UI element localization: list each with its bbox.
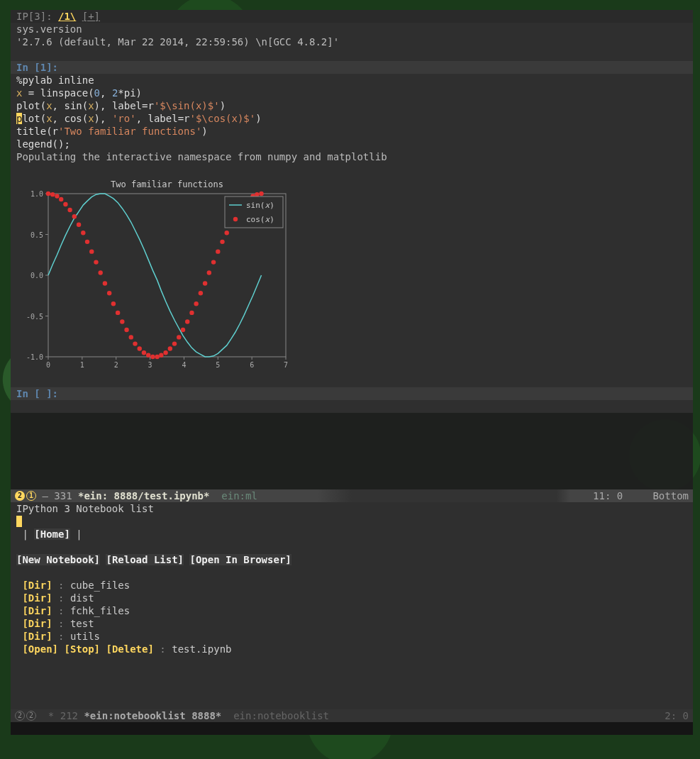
major-mode: ein:notebooklist (221, 709, 329, 722)
delete-nb-button[interactable]: [Delete] (106, 643, 153, 655)
output-line: Populating the interactive namespace fro… (11, 150, 693, 163)
svg-point-55 (163, 350, 167, 355)
svg-text:-1.0: -1.0 (26, 353, 43, 361)
dir-link[interactable]: [Dir] (22, 631, 52, 642)
dir-name: utils (70, 631, 100, 642)
window-indicator-icon: 2 (26, 711, 36, 721)
major-mode: ein:ml (209, 489, 257, 502)
svg-text:1: 1 (80, 361, 84, 369)
svg-point-39 (94, 260, 98, 264)
code-line[interactable]: %pylab inline (11, 74, 693, 87)
svg-point-47 (129, 335, 133, 339)
code-line[interactable]: title(r'Two familiar functions') (11, 125, 693, 138)
svg-text:6: 6 (250, 361, 254, 369)
svg-point-57 (172, 341, 177, 345)
svg-point-81 (233, 217, 238, 221)
svg-point-44 (116, 311, 120, 315)
svg-text:4: 4 (182, 361, 186, 369)
dir-name: cube_files (70, 580, 130, 591)
dir-name: fchk_files (70, 605, 130, 616)
svg-point-76 (255, 192, 259, 196)
dir-name: dist (70, 592, 94, 604)
code-line[interactable]: plot(x, cos(x), 'ro', label=r'$\cos(x)$'… (11, 112, 693, 125)
code-line[interactable]: sys.version (11, 23, 693, 35)
code-line[interactable]: plot(x, sin(x), label=r'$\sin(x)$') (11, 99, 693, 112)
svg-text:Two familiar functions: Two familiar functions (111, 179, 223, 189)
new-notebook-button[interactable]: [New Notebook] (16, 554, 100, 565)
svg-point-37 (85, 240, 89, 244)
svg-point-63 (199, 291, 203, 295)
output-line: '2.7.6 (default, Mar 22 2014, 22:59:56) … (11, 35, 693, 48)
nb-filename: test.ipynb (172, 643, 231, 655)
svg-point-33 (67, 208, 72, 212)
svg-point-28 (46, 192, 50, 196)
svg-point-45 (120, 319, 124, 323)
svg-point-62 (194, 301, 198, 306)
svg-point-42 (107, 291, 111, 295)
svg-text:2: 2 (114, 361, 118, 369)
cell-prompt[interactable]: In [1]: (11, 61, 693, 74)
code-line[interactable]: x = linspace(0, 2*pi) (11, 87, 693, 99)
open-in-browser-button[interactable]: [Open In Browser] (189, 554, 291, 565)
dir-name: test (70, 618, 94, 629)
window-indicator-icon: 2 (15, 711, 25, 721)
svg-point-50 (142, 350, 146, 355)
svg-point-49 (138, 346, 142, 350)
cell-prompt[interactable]: In [ ]: (11, 387, 693, 400)
svg-point-31 (59, 197, 63, 201)
svg-point-48 (133, 341, 137, 345)
active-tab[interactable]: /1\ (58, 11, 76, 22)
svg-text:0: 0 (46, 361, 50, 369)
svg-point-32 (63, 202, 67, 206)
buffer-name: *ein: 8888/test.ipynb* (78, 489, 209, 502)
new-tab-button[interactable]: [+] (82, 11, 100, 22)
home-link[interactable]: [Home] (34, 528, 70, 540)
svg-point-41 (103, 281, 107, 285)
cursor-line[interactable] (11, 515, 693, 528)
dir-link[interactable]: [Dir] (22, 580, 52, 591)
dir-link[interactable]: [Dir] (22, 605, 52, 616)
tab-prefix: IP[3]: (16, 11, 58, 22)
minibuffer[interactable] (11, 722, 693, 735)
svg-point-38 (89, 249, 94, 253)
dir-link[interactable]: [Dir] (22, 592, 52, 604)
blank-line[interactable] (11, 400, 693, 413)
svg-point-52 (150, 355, 155, 359)
list-item: [Dir] : test (11, 617, 693, 630)
svg-point-43 (111, 301, 116, 306)
svg-point-67 (216, 249, 220, 253)
svg-point-59 (181, 328, 185, 332)
svg-point-65 (207, 270, 211, 275)
code-line[interactable]: legend(); (11, 138, 693, 150)
modeline-upper: 2 1 — 331 *ein: 8888/test.ipynb* ein:ml … (11, 489, 693, 502)
reload-list-button[interactable]: [Reload List] (106, 554, 184, 565)
svg-point-53 (155, 355, 159, 359)
svg-point-77 (259, 192, 263, 196)
svg-text:3: 3 (148, 361, 152, 369)
blank-line (11, 566, 693, 579)
svg-point-61 (189, 311, 194, 315)
cursor (16, 516, 22, 527)
svg-text:-0.5: -0.5 (26, 313, 43, 321)
lower-buffer[interactable]: IPython 3 Notebook list | [Home] | [New … (11, 502, 693, 709)
blank-line (11, 48, 693, 61)
svg-point-66 (211, 260, 216, 264)
modeline-lower: 2 2 * 212 *ein:notebooklist 8888* ein:no… (11, 709, 693, 722)
svg-point-35 (77, 223, 81, 227)
svg-point-58 (177, 335, 181, 339)
dir-link[interactable]: [Dir] (22, 618, 52, 629)
scroll-position: Bottom (652, 489, 689, 502)
svg-text:0.5: 0.5 (30, 231, 43, 239)
svg-point-56 (168, 346, 172, 350)
svg-point-36 (81, 231, 85, 235)
svg-text:5: 5 (216, 361, 220, 369)
open-nb-button[interactable]: [Open] (22, 643, 58, 655)
blank-line (11, 375, 693, 387)
breadcrumb: | [Home] | (11, 528, 693, 541)
svg-point-69 (225, 231, 229, 235)
svg-text:cos(x): cos(x) (246, 215, 274, 224)
list-item: [Open] [Stop] [Delete] : test.ipynb (11, 643, 693, 655)
stop-nb-button[interactable]: [Stop] (64, 643, 100, 655)
upper-buffer[interactable]: IP[3]: /1\ [+] sys.version '2.7.6 (defau… (11, 10, 693, 489)
list-item: [Dir] : cube_files (11, 579, 693, 592)
